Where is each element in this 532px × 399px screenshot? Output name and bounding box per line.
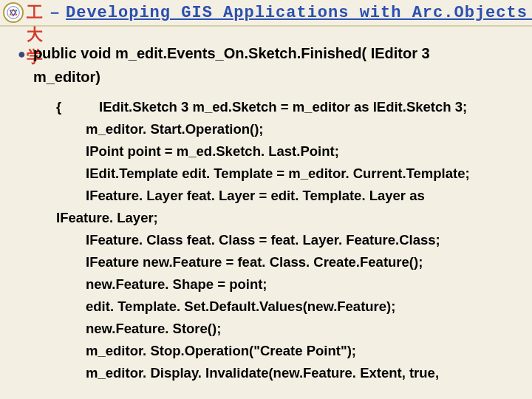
slide-content: ● public void m_edit.Events_On.Sketch.Fi… [0, 27, 532, 384]
open-brace: { [56, 96, 99, 118]
code-line: new.Feature. Store(); [56, 318, 525, 340]
svg-point-0 [7, 7, 20, 19]
code-line: IFeature. Layer; [56, 207, 525, 229]
code-line: IFeature new.Feature = feat. Class. Crea… [56, 251, 525, 273]
bullet-icon: ● [18, 44, 26, 65]
university-logo [3, 2, 24, 23]
logo-icon [7, 6, 20, 19]
course-title: Developing GIS Applications with Arc.Obj… [66, 4, 532, 22]
header-separator: － [47, 1, 63, 24]
code-line: IPoint point = m_ed.Sketch. Last.Point; [56, 140, 525, 163]
slide-header: 西理工大学 － Developing GIS Applications with… [0, 0, 532, 27]
signature-line-2: m_editor) [33, 65, 430, 89]
code-line: IEdit.Sketch 3 m_ed.Sketch = m_editor as… [99, 96, 467, 118]
method-signature: ● public void m_edit.Events_On.Sketch.Fi… [18, 41, 525, 89]
code-block: { IEdit.Sketch 3 m_ed.Sketch = m_editor … [18, 96, 525, 384]
code-line: IFeature. Class feat. Class = feat. Laye… [56, 229, 525, 251]
code-line: m_editor. Stop.Operation("Create Point")… [56, 340, 525, 362]
code-line: IFeature. Layer feat. Layer = edit. Temp… [56, 185, 525, 207]
code-line: edit. Template. Set.Default.Values(new.F… [56, 296, 525, 318]
code-line: m_editor. Start.Operation(); [56, 118, 525, 140]
code-line: new.Feature. Shape = point; [56, 273, 525, 296]
code-line: m_editor. Display. Invalidate(new.Featur… [56, 362, 525, 384]
code-line: IEdit.Template edit. Template = m_editor… [56, 163, 525, 185]
signature-line-1: public void m_edit.Events_On.Sketch.Fini… [33, 41, 430, 65]
